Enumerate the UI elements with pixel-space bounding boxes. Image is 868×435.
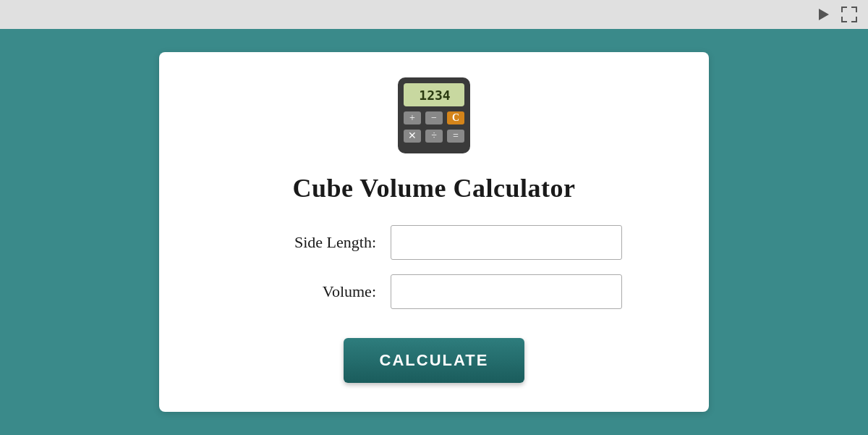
svg-text:✕: ✕ (408, 130, 417, 141)
calculate-button[interactable]: CALCULATE (344, 338, 525, 383)
top-bar (0, 0, 868, 29)
svg-marker-0 (819, 9, 829, 20)
play-icon[interactable] (813, 4, 833, 25)
side-length-row: Side Length: (246, 225, 622, 260)
volume-row: Volume: (246, 274, 622, 309)
form-section: Side Length: Volume: CALCULATE (188, 225, 680, 383)
svg-text:−: − (431, 112, 437, 123)
page-title: Cube Volume Calculator (292, 173, 575, 203)
expand-icon[interactable] (839, 4, 859, 25)
main-area: 1234 + − C ✕ ÷ = (0, 29, 868, 435)
calculator-svg: 1234 + − C ✕ ÷ = (394, 74, 474, 157)
calculator-icon: 1234 + − C ✕ ÷ = (394, 74, 474, 160)
side-length-label: Side Length: (246, 233, 376, 252)
volume-label: Volume: (246, 282, 376, 301)
card: 1234 + − C ✕ ÷ = (159, 52, 709, 412)
play-svg (816, 7, 830, 22)
svg-text:=: = (453, 130, 459, 141)
svg-text:+: + (409, 112, 415, 123)
side-length-input[interactable] (391, 225, 622, 260)
svg-text:÷: ÷ (431, 130, 437, 141)
volume-input[interactable] (391, 274, 622, 309)
expand-svg (841, 7, 857, 22)
svg-text:1234: 1234 (419, 88, 451, 103)
svg-text:C: C (452, 112, 459, 123)
